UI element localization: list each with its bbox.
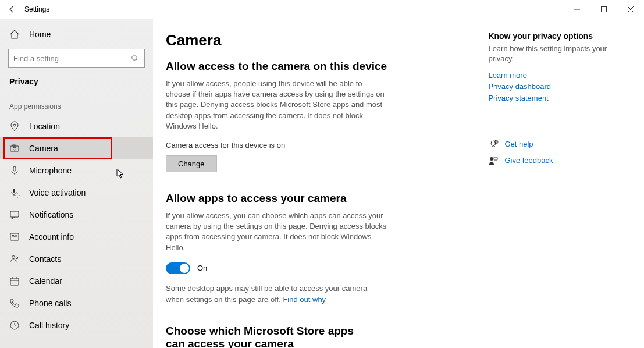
aside-header: Know your privacy options [488,31,627,41]
sidebar-item-account-info[interactable]: Account info [0,226,153,248]
svg-point-15 [12,235,15,237]
link-learn-more[interactable]: Learn more [488,70,627,81]
svg-rect-5 [10,146,19,151]
svg-point-12 [16,194,19,197]
aside-subtext: Learn how this setting impacts your priv… [488,44,627,64]
link-privacy-statement[interactable]: Privacy statement [488,93,627,104]
svg-point-19 [16,257,18,259]
apps-access-toggle-row: On [166,262,488,274]
sidebar-item-phone-calls[interactable]: Phone calls [0,292,153,314]
svg-point-2 [132,55,137,60]
sidebar-item-label: Phone calls [29,299,71,308]
section1-desc: If you allow access, people using this d… [166,79,387,132]
location-icon [9,121,20,132]
search-box[interactable] [8,49,145,68]
sidebar-item-notifications[interactable]: Notifications [0,204,153,226]
help-icon: ? [488,139,499,150]
sidebar-item-camera[interactable]: Camera [0,137,153,159]
sidebar: Home Privacy App permissions Location Ca… [0,19,153,348]
phone-icon [9,298,20,308]
link-get-help[interactable]: Get help [504,139,533,150]
call-history-icon [9,320,20,331]
svg-line-3 [136,59,138,62]
section1-title: Allow access to the camera on this devic… [166,60,488,73]
minimize-button[interactable] [564,0,590,19]
sidebar-item-label: Calendar [29,276,62,286]
svg-point-6 [13,147,16,150]
sidebar-item-call-history[interactable]: Call history [0,314,153,336]
sidebar-item-label: Camera [29,144,58,153]
get-help-row: ? Get help [488,139,627,150]
svg-rect-1 [602,7,607,12]
close-button[interactable] [617,0,644,19]
sidebar-home-label: Home [29,30,51,39]
svg-point-4 [13,124,16,126]
device-access-status: Camera access for this device is on [166,141,488,150]
camera-icon [9,143,20,154]
svg-rect-29 [494,157,497,160]
calendar-icon [9,276,20,286]
sidebar-item-label: Voice activation [29,188,86,197]
change-button[interactable]: Change [166,155,217,172]
apps-access-toggle[interactable] [166,262,190,274]
link-privacy-dashboard[interactable]: Privacy dashboard [488,81,627,93]
svg-point-28 [490,157,493,161]
feedback-icon [488,155,499,166]
sidebar-item-location[interactable]: Location [0,115,153,137]
section2-title: Allow apps to access your camera [166,192,488,205]
window-controls [564,0,644,19]
titlebar: Settings [0,0,644,19]
aside-column: Know your privacy options Learn how this… [488,31,627,348]
sidebar-item-label: Location [29,122,60,131]
svg-text:?: ? [496,140,497,144]
sidebar-item-label: Notifications [29,210,73,219]
sidebar-item-label: Microphone [29,166,72,175]
sidebar-item-label: Contacts [29,254,61,264]
sidebar-item-contacts[interactable]: Contacts [0,248,153,270]
voice-activation-icon [9,187,20,198]
microphone-icon [9,165,20,176]
svg-rect-7 [13,145,15,146]
section2-desc: If you allow access, you can choose whic… [166,211,387,253]
link-give-feedback[interactable]: Give feedback [504,155,553,166]
back-button[interactable] [7,5,16,14]
sidebar-item-microphone[interactable]: Microphone [0,159,153,182]
apps-access-toggle-label: On [197,264,207,272]
sidebar-item-label: Account info [29,232,74,242]
svg-rect-10 [13,189,15,193]
desktop-apps-note: Some desktop apps may still be able to a… [166,283,387,306]
content: Camera Allow access to the camera on thi… [153,19,644,348]
svg-rect-13 [10,211,19,217]
account-info-icon [9,232,20,242]
sidebar-item-label: Call history [29,321,69,330]
contacts-icon [9,254,20,264]
svg-point-18 [12,256,15,259]
svg-rect-8 [13,166,16,171]
sidebar-home[interactable]: Home [0,23,153,45]
give-feedback-row: Give feedback [488,155,627,166]
section3-title: Choose which Microsoft Store apps can ac… [166,325,375,348]
sidebar-category: Privacy [0,73,153,92]
home-icon [9,29,20,40]
sidebar-item-voice-activation[interactable]: Voice activation [0,182,153,204]
search-input[interactable] [13,54,130,63]
page-title: Camera [166,31,488,49]
notifications-icon [9,209,20,220]
search-icon [130,54,140,63]
sidebar-item-calendar[interactable]: Calendar [0,270,153,292]
main-column: Camera Allow access to the camera on thi… [166,31,488,348]
sidebar-group-label: App permissions [0,92,153,115]
svg-rect-20 [10,278,19,285]
find-out-why-link[interactable]: Find out why [283,295,326,304]
maximize-button[interactable] [590,0,617,19]
window-title: Settings [24,5,49,13]
